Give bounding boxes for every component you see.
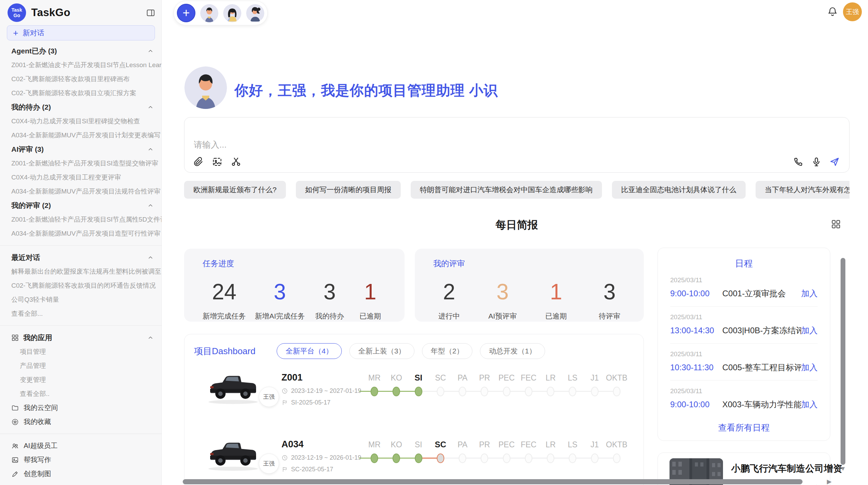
sidebar-item[interactable]: C02-飞腾新能源轻客改款项目的闭环通告反馈情况 [0, 278, 161, 293]
milestone: PEC [496, 372, 518, 399]
sidebar-item[interactable]: 解释最新出台的欧盟报废车法规再生塑料比例被调至15%... [0, 264, 161, 278]
milestone-label: LR [540, 372, 562, 384]
add-contact-button[interactable]: + [177, 4, 195, 22]
suggestion-chip[interactable]: 欧洲新规最近颁布了什么? [184, 181, 286, 199]
project-row[interactable]: 王强Z0012023-12-19 ~ 2027-01-19SI-2025-05-… [194, 372, 634, 426]
event-join-link[interactable]: 加入 [801, 288, 818, 299]
dashboard-filter-tab[interactable]: 动总开发（1） [480, 343, 545, 359]
chevron-up-icon[interactable] [147, 254, 154, 261]
sidebar-section-header[interactable]: Agent已办 (3) [0, 44, 161, 58]
suggestion-chip[interactable]: 如何写一份清晰的项目周报 [296, 181, 401, 199]
vertical-scrollbar[interactable] [841, 258, 845, 465]
sidebar-item[interactable]: 查看全部.. [0, 387, 161, 401]
sidebar-item-pen[interactable]: 创意制图 [0, 467, 161, 481]
sidebar-item[interactable]: 变更管理 [0, 373, 161, 387]
sidebar-item[interactable]: Z001-全新燃油轻卡产品开发项目SI造型提交物评审 [0, 156, 161, 170]
stat: 2进行中 [433, 281, 465, 321]
news-title: 小鹏飞行汽车制造公司增资 [731, 462, 823, 475]
member-avatar[interactable] [200, 4, 218, 22]
dashboard-filter-tab[interactable]: 年型（2） [422, 343, 473, 359]
logo-line-2: Go [13, 13, 20, 18]
event-time: 13:00-14:30 [670, 326, 722, 335]
suggestion-chip[interactable]: 比亚迪全固态电池计划具体说了什么 [612, 181, 746, 199]
event-join-link[interactable]: 加入 [801, 362, 818, 373]
event-time: 9:00-10:00 [670, 289, 722, 298]
dashboard-filter-tab[interactable]: 全新上装（3） [349, 343, 414, 359]
sidebar-section-header[interactable]: 我的待办 (2) [0, 100, 161, 114]
phone-icon[interactable] [793, 157, 804, 167]
stat-label: 已逾期 [354, 311, 386, 321]
scroll-down-arrow-icon[interactable]: ▼ [840, 465, 846, 472]
suggestion-chip[interactable]: 当下年轻人对汽车外观有怎样的喜好趋势 [756, 181, 849, 199]
sidebar-item[interactable]: C0X4-动力总成开发项目工程变更评审 [0, 170, 161, 184]
milestone-label: J1 [584, 372, 606, 384]
sidebar-section-header[interactable]: 最近对话 [0, 250, 161, 264]
attachment-icon[interactable] [193, 157, 204, 167]
dashboard-filter-tab[interactable]: 全新平台（4） [277, 343, 342, 359]
event-row: 13:00-14:30C003|H0B-方案冻结评审加入 [670, 325, 818, 336]
sidebar-item[interactable]: 项目管理 [0, 345, 161, 359]
vehicle-image [205, 436, 261, 472]
chevron-up-icon[interactable] [147, 48, 154, 54]
milestone: J1 [584, 438, 606, 466]
schedule-list: 2025/03/119:00-10:00C001-立项审批会加入2025/03/… [670, 270, 818, 417]
milestone: PEC [496, 438, 518, 466]
sidebar-item-image[interactable]: 帮我写作 [0, 453, 161, 467]
image-upload-icon[interactable] [212, 157, 222, 167]
scissors-icon[interactable] [231, 157, 241, 167]
milestone: PA [451, 438, 473, 466]
chevron-up-icon[interactable] [147, 202, 154, 209]
member-avatar[interactable] [223, 4, 241, 22]
sidebar-collapse-icon[interactable] [146, 8, 155, 17]
briefing-grid-icon[interactable] [831, 219, 841, 229]
event-join-link[interactable]: 加入 [801, 325, 818, 336]
message-input[interactable]: 请输入... [184, 117, 849, 173]
milestone-label: KO [385, 438, 407, 451]
sidebar-item[interactable]: Z001-全新燃油皮卡产品开发项目SI节点Lesson Learn报告 [0, 58, 161, 72]
chevron-up-icon[interactable] [147, 334, 154, 341]
view-all-schedule-link[interactable]: 查看所有日程 [670, 422, 818, 433]
sidebar-item-people[interactable]: AI超级员工 [0, 439, 161, 453]
sidebar-section-label: 我的待办 (2) [11, 102, 51, 112]
sidebar-item[interactable]: 公司Q3轻卡销量 [0, 293, 161, 307]
grid-icon [11, 334, 19, 341]
dashboard-title: 项目Dashboard [194, 345, 255, 357]
project-row[interactable]: 王强A0342023-12-19 ~ 2026-01-19SC-2025-05-… [194, 438, 634, 485]
date-range-text: 2023-12-19 ~ 2027-01-19 [291, 387, 361, 395]
sidebar-section-header[interactable]: AI评审 (3) [0, 142, 161, 156]
milestone: MR [363, 372, 385, 399]
sidebar-item[interactable]: 产品管理 [0, 359, 161, 373]
notifications-bell-icon[interactable] [827, 6, 838, 17]
user-avatar[interactable]: 王强 [843, 2, 862, 21]
event-join-link[interactable]: 加入 [801, 399, 818, 410]
sidebar-item[interactable]: A034-全新新能源MUV产品开发项目法规符合性评审 [0, 184, 161, 198]
milestone-label: PR [473, 438, 495, 451]
sidebar-item[interactable]: A034-全新新能源MUV产品开发项目计划变更表编写 [0, 128, 161, 142]
stat-card: 任务进度24新增完成任务3新增AI完成任务3我的待办1已逾期 [184, 249, 405, 322]
new-chat-button[interactable]: + 新对话 [7, 25, 155, 40]
sidebar-item[interactable]: C02-飞腾新能源轻客改款项目里程碑画布 [0, 72, 161, 86]
sidebar-item-label: 创意制图 [24, 469, 51, 478]
sidebar-section-header[interactable]: 我的评审 (2) [0, 198, 161, 212]
sidebar-item-star[interactable]: 我的收藏 [0, 415, 161, 429]
sidebar-item[interactable]: C02-飞腾新能源轻客改款项目立项汇报方案 [0, 86, 161, 100]
scroll-right-arrow-icon[interactable]: ▶ [827, 478, 832, 485]
chevron-up-icon[interactable] [147, 104, 154, 111]
horizontal-scrollbar[interactable] [183, 479, 803, 484]
sidebar-item[interactable]: C0X4-动力总成开发项目SI里程碑提交物检查 [0, 114, 161, 128]
stat-card: 我的评审2进行中3AI预评审1已逾期3待评审 [415, 249, 644, 322]
milestone-label: FEC [518, 438, 540, 451]
suggestion-chip[interactable]: 特朗普可能对进口汽车增税会对中国车企造成哪些影响 [411, 181, 602, 199]
milestone-dot [481, 387, 488, 396]
milestone-dot [503, 453, 510, 463]
sidebar-item[interactable]: A034-全新新能源MUV产品开发项目造型可行性评审 [0, 226, 161, 240]
sidebar-item[interactable]: 查看全部... [0, 307, 161, 321]
microphone-icon[interactable] [811, 157, 822, 167]
milestone-label: J1 [584, 438, 606, 451]
sidebar-item-folder[interactable]: 我的云空间 [0, 401, 161, 415]
chevron-up-icon[interactable] [147, 146, 154, 153]
sidebar-section-header[interactable]: 我的应用 [0, 331, 161, 345]
sidebar-item[interactable]: Z001-全新燃油轻卡产品开发项目SI节点属性5D文件评审 [0, 212, 161, 226]
member-avatar[interactable] [246, 4, 264, 22]
send-icon[interactable] [829, 157, 840, 167]
